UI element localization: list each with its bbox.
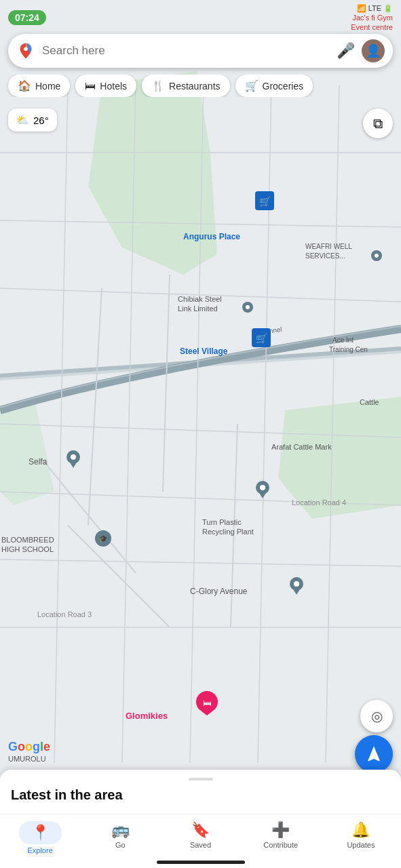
go-label: Go xyxy=(115,841,126,849)
navigation-fab[interactable] xyxy=(355,735,393,773)
location-hint: Jac's fi Gym xyxy=(352,13,393,22)
svg-text:BLOOMBREED: BLOOMBREED xyxy=(1,536,54,544)
svg-text:Cattle: Cattle xyxy=(360,398,379,406)
directions-icon xyxy=(364,745,383,764)
svg-text:Ace Int: Ace Int xyxy=(332,336,354,344)
svg-text:Recycling Plant: Recycling Plant xyxy=(202,528,254,536)
svg-text:Location Road 4: Location Road 4 xyxy=(292,498,346,507)
bottom-navigation: 📍 Explore 🚌 Go 🔖 Saved ➕ Contribute 🔔 Up… xyxy=(0,814,401,868)
battery-icon: 🔋 xyxy=(383,3,393,13)
weather-widget[interactable]: ⛅ 26° xyxy=(8,108,57,132)
status-right: 📶 LTE 🔋 Jac's fi Gym Event centre xyxy=(351,3,393,33)
svg-text:Location Road 3: Location Road 3 xyxy=(37,610,92,618)
drag-handle[interactable] xyxy=(189,778,213,781)
svg-point-52 xyxy=(260,485,265,490)
g-letter-o1: o xyxy=(18,740,25,754)
area-name: UMUROLU xyxy=(8,755,50,763)
svg-text:Steel Village: Steel Village xyxy=(180,347,228,356)
layer-button[interactable]: ⧉ xyxy=(363,108,393,138)
signal-row: 📶 LTE 🔋 xyxy=(357,3,393,13)
svg-text:SERVICES...: SERVICES... xyxy=(305,252,345,260)
latest-title: Latest in the area xyxy=(11,787,390,803)
weather-icon: ⛅ xyxy=(16,114,29,126)
svg-point-57 xyxy=(294,581,299,587)
restaurants-pill-icon: 🍴 xyxy=(151,79,165,92)
nav-go[interactable]: 🚌 Go xyxy=(80,821,160,849)
g-letter-e: e xyxy=(43,740,50,754)
g-letter-o2: o xyxy=(25,740,33,754)
user-avatar[interactable]: 👤 xyxy=(362,39,385,62)
svg-text:🎓: 🎓 xyxy=(99,534,108,543)
search-input[interactable] xyxy=(42,44,330,58)
search-bar[interactable]: 🎤 👤 xyxy=(8,34,393,68)
saved-label: Saved xyxy=(190,841,211,849)
svg-text:Angurus Place: Angurus Place xyxy=(183,232,240,241)
svg-text:Chibiak Steel: Chibiak Steel xyxy=(178,295,222,303)
pill-restaurants-label: Restaurants xyxy=(169,81,220,92)
filter-pills-container: 🏠 Home 🛏 Hotels 🍴 Restaurants 🛒 Grocerie… xyxy=(0,75,401,97)
pill-home[interactable]: 🏠 Home xyxy=(8,75,70,97)
svg-text:Glomikies: Glomikies xyxy=(126,711,168,721)
updates-icon: 🔔 xyxy=(351,821,370,839)
svg-text:Selfa: Selfa xyxy=(28,457,47,467)
groceries-pill-icon: 🛒 xyxy=(245,79,259,92)
pill-hotels-label: Hotels xyxy=(100,81,127,92)
nav-contribute[interactable]: ➕ Contribute xyxy=(241,821,321,849)
home-indicator xyxy=(157,861,245,864)
svg-text:HIGH SCHOOL: HIGH SCHOOL xyxy=(1,545,54,553)
svg-point-49 xyxy=(71,454,76,460)
layers-icon: ⧉ xyxy=(373,116,383,132)
svg-point-45 xyxy=(246,305,250,309)
explore-icon: 📍 xyxy=(31,824,50,842)
svg-text:🛒: 🛒 xyxy=(256,333,268,344)
g-letter-g2: g xyxy=(33,740,40,754)
pill-hotels[interactable]: 🛏 Hotels xyxy=(75,75,136,97)
event-hint: Event centre xyxy=(351,22,393,32)
pill-groceries[interactable]: 🛒 Groceries xyxy=(235,75,313,97)
explore-bg: 📍 xyxy=(19,821,62,844)
signal-icon: 📶 xyxy=(357,3,366,13)
svg-point-62 xyxy=(24,47,28,51)
nav-updates[interactable]: 🔔 Updates xyxy=(321,821,401,849)
weather-temp: 26° xyxy=(33,115,49,126)
svg-text:WEAFRI WELL: WEAFRI WELL xyxy=(305,243,352,250)
location-button[interactable]: ◎ xyxy=(360,700,393,732)
svg-text:C-Glory Avenue: C-Glory Avenue xyxy=(190,587,248,596)
nav-saved[interactable]: 🔖 Saved xyxy=(160,821,240,849)
pill-groceries-label: Groceries xyxy=(263,81,304,92)
time-display: 07:24 xyxy=(8,10,46,25)
lte-label: LTE xyxy=(368,3,381,13)
microphone-icon[interactable]: 🎤 xyxy=(337,42,355,60)
navigation-icon: ◎ xyxy=(371,708,383,724)
pill-restaurants[interactable]: 🍴 Restaurants xyxy=(142,75,229,97)
updates-label: Updates xyxy=(347,841,375,849)
svg-text:Link Limited: Link Limited xyxy=(178,304,218,313)
contribute-label: Contribute xyxy=(263,841,298,849)
nav-explore[interactable]: 📍 Explore xyxy=(0,821,80,854)
status-bar: 07:24 📶 LTE 🔋 Jac's fi Gym Event centre xyxy=(0,0,401,30)
home-pill-icon: 🏠 xyxy=(18,79,31,92)
google-logo: G o o g l e xyxy=(8,740,50,754)
google-branding: G o o g l e UMUROLU xyxy=(8,740,50,763)
g-letter-g: G xyxy=(8,740,18,754)
go-icon: 🚌 xyxy=(111,821,130,839)
saved-icon: 🔖 xyxy=(191,821,210,839)
maps-logo xyxy=(16,41,35,60)
pill-home-label: Home xyxy=(35,81,60,92)
svg-point-43 xyxy=(375,254,379,258)
svg-text:🛒: 🛒 xyxy=(259,196,271,208)
hotels-pill-icon: 🛏 xyxy=(85,80,96,92)
explore-label: Explore xyxy=(27,846,52,854)
contribute-icon: ➕ xyxy=(271,821,290,839)
svg-text:Turn Plastic: Turn Plastic xyxy=(202,518,242,526)
svg-text:Arafat Cattle Mark: Arafat Cattle Mark xyxy=(271,443,332,451)
svg-text:Training Cen: Training Cen xyxy=(329,346,368,353)
svg-text:🛏: 🛏 xyxy=(203,698,212,708)
map-area[interactable]: Location Road 3 Location Road 4 Tunnel A… xyxy=(0,0,401,780)
